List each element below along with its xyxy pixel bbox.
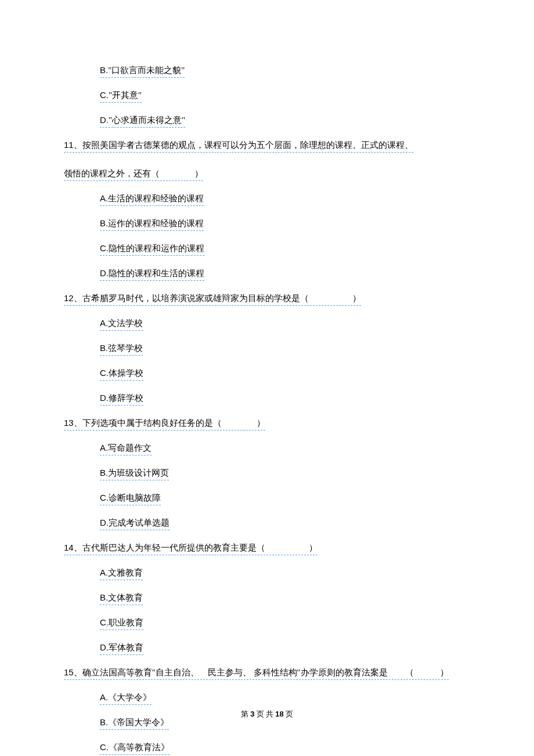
- question-text-line2: 领悟的课程之外，还有（ ）: [64, 168, 203, 181]
- footer-text: 第: [241, 710, 250, 718]
- question-number: 13、: [64, 418, 82, 428]
- answer-blank: [222, 417, 257, 429]
- option-item: D.完成考试单选题: [100, 516, 470, 530]
- option-label: 写命题作文: [108, 443, 151, 453]
- question-13: 13、下列选项中属于结构良好任务的是（ ）: [64, 417, 470, 431]
- option-label: 隐性的课程和生活的课程: [109, 269, 204, 278]
- option-label: "口欲言而未能之貌": [108, 66, 185, 75]
- option-text: A.写命题作文: [100, 442, 151, 455]
- question-stem: 按照美国学者古德莱德的观点，课程可以分为五个层面，除理想的课程、正式的课程、: [82, 140, 413, 150]
- total-page-number: 18: [275, 710, 283, 718]
- option-letter: B.: [100, 218, 108, 228]
- option-text: B.弦琴学校: [100, 342, 143, 356]
- option-text: D."心求通而未得之意": [100, 114, 185, 128]
- option-text: C.隐性的课程和运作的课程: [100, 242, 204, 256]
- question-stem: 确立法国高等教育"自主自治、 民主参与、 多科性结构"办学原则的教育法案是 （: [82, 668, 414, 677]
- option-text: B.为班级设计网页: [100, 466, 169, 480]
- option-letter: A.: [100, 318, 108, 328]
- page-footer: 第 3 页 共 18 页: [0, 709, 534, 719]
- question-text: 14、古代斯巴达人为年轻一代所提供的教育主要是（ ）: [64, 541, 317, 555]
- option-item: D.军体教育: [100, 641, 470, 655]
- option-label: 完成考试单选题: [109, 518, 169, 527]
- option-letter: C.: [100, 617, 109, 627]
- answer-blank: [160, 168, 194, 180]
- option-item: B.运作的课程和经验的课程: [100, 217, 470, 231]
- answer-blank: [309, 292, 352, 305]
- option-text: B."口欲言而未能之貌": [100, 64, 185, 78]
- question-number: 15、: [64, 667, 82, 677]
- question-11: 11、按照美国学者古德莱德的观点，课程可以分为五个层面，除理想的课程、正式的课程…: [64, 139, 470, 153]
- option-text: C.诊断电脑故障: [100, 491, 161, 505]
- question-stem: ）: [352, 294, 361, 303]
- question-11-cont: 领悟的课程之外，还有（ ）: [64, 168, 470, 181]
- question-stem: 下列选项中属于结构良好任务的是（: [82, 418, 222, 428]
- option-letter: D.: [100, 393, 109, 403]
- question-stem: ）: [309, 543, 317, 552]
- option-text: B.运作的课程和经验的课程: [100, 217, 204, 231]
- option-letter: A.: [100, 692, 108, 702]
- option-item: C."开其意": [100, 89, 470, 103]
- answer-blank: [414, 667, 440, 679]
- option-label: 体操学校: [109, 368, 143, 378]
- option-item: A.文法学校: [100, 317, 470, 331]
- option-label: "开其意": [109, 91, 142, 100]
- option-item: A.《大学令》: [100, 691, 470, 705]
- option-letter: B.: [100, 65, 108, 75]
- option-item: A.写命题作文: [100, 442, 470, 455]
- question-stem: ）: [257, 418, 265, 428]
- option-item: B.文体教育: [100, 591, 470, 605]
- option-letter: B.: [100, 592, 108, 602]
- option-item: C.隐性的课程和运作的课程: [100, 242, 470, 256]
- option-label: 诊断电脑故障: [109, 493, 161, 502]
- question-stem: 古希腊罗马时代，以培养演说家或雄辩家为目标的学校是（: [82, 294, 309, 303]
- option-letter: B.: [100, 468, 108, 478]
- option-label: 为班级设计网页: [108, 468, 169, 478]
- option-text: A.文法学校: [100, 317, 143, 331]
- option-text: A.《大学令》: [100, 691, 151, 705]
- option-text: C.体操学校: [100, 367, 143, 381]
- option-text: B.文体教育: [100, 591, 143, 605]
- question-stem: 古代斯巴达人为年轻一代所提供的教育主要是（: [82, 543, 265, 552]
- option-text: C.职业教育: [100, 616, 143, 630]
- option-text: D.军体教育: [100, 641, 143, 655]
- option-label: 修辞学校: [109, 393, 143, 403]
- question-stem: 领悟的课程之外，还有（: [64, 169, 160, 178]
- option-label: 《大学令》: [108, 693, 151, 702]
- option-letter: C.: [100, 742, 109, 752]
- option-label: 文雅教育: [108, 568, 143, 577]
- question-15: 15、确立法国高等教育"自主自治、 民主参与、 多科性结构"办学原则的教育法案是…: [64, 666, 470, 680]
- question-text: 15、确立法国高等教育"自主自治、 民主参与、 多科性结构"办学原则的教育法案是…: [64, 666, 449, 680]
- option-item: A.生活的课程和经验的课程: [100, 192, 470, 206]
- question-number: 12、: [64, 293, 82, 303]
- option-item: C.诊断电脑故障: [100, 491, 470, 505]
- footer-text: 页: [284, 710, 293, 718]
- option-item: B.为班级设计网页: [100, 466, 470, 480]
- option-letter: D.: [100, 642, 109, 652]
- option-letter: C.: [100, 368, 109, 378]
- option-text: D.修辞学校: [100, 392, 143, 406]
- option-label: 弦琴学校: [108, 343, 143, 353]
- option-letter: A.: [100, 567, 108, 577]
- option-text: C."开其意": [100, 89, 142, 103]
- option-item: C.《高等教育法》: [100, 741, 470, 755]
- question-text: 12、古希腊罗马时代，以培养演说家或雄辩家为目标的学校是（ ）: [64, 292, 361, 306]
- option-letter: C.: [100, 243, 109, 253]
- option-text: C.《高等教育法》: [100, 741, 169, 755]
- footer-text: 页 共: [255, 710, 276, 718]
- option-item: D.修辞学校: [100, 392, 470, 406]
- option-label: 隐性的课程和运作的课程: [109, 244, 204, 253]
- question-text: 13、下列选项中属于结构良好任务的是（ ）: [64, 417, 265, 431]
- question-12: 12、古希腊罗马时代，以培养演说家或雄辩家为目标的学校是（ ）: [64, 292, 470, 306]
- option-item: A.文雅教育: [100, 566, 470, 580]
- option-text: A.文雅教育: [100, 566, 143, 580]
- option-item: C.职业教育: [100, 616, 470, 630]
- option-letter: D.: [100, 518, 109, 527]
- option-letter: A.: [100, 193, 108, 203]
- option-item: D."心求通而未得之意": [100, 114, 470, 128]
- option-item: B."口欲言而未能之貌": [100, 64, 470, 78]
- option-letter: C.: [100, 90, 109, 100]
- answer-blank: [265, 542, 309, 554]
- question-stem: ）: [194, 169, 203, 178]
- question-14: 14、古代斯巴达人为年轻一代所提供的教育主要是（ ）: [64, 541, 470, 555]
- option-label: 《高等教育法》: [109, 743, 169, 752]
